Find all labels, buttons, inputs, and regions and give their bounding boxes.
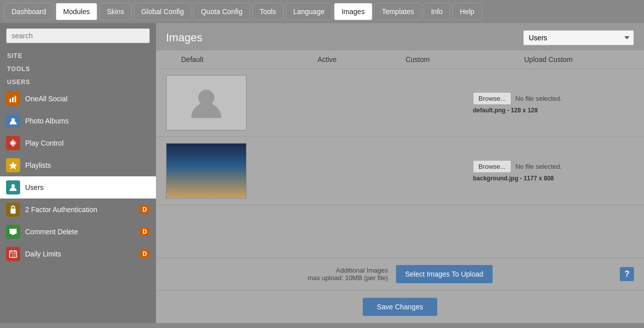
sidebar-item-daily-limits[interactable]: 22 Daily Limits D bbox=[0, 243, 156, 265]
browse-btn-2[interactable]: Browse... bbox=[473, 160, 511, 173]
svg-rect-0 bbox=[10, 99, 11, 102]
avatar-svg bbox=[186, 83, 226, 123]
comment-delete-badge: D bbox=[139, 228, 150, 236]
default-avatar-cell bbox=[166, 75, 282, 130]
default-bg-cell bbox=[166, 143, 282, 199]
2fa-badge: D bbox=[139, 206, 150, 214]
playlists-label: Playlists bbox=[25, 161, 150, 169]
section-tools: TOOLS bbox=[0, 61, 156, 75]
main-layout: SITE TOOLS USERS OneAll Social Photo Alb… bbox=[0, 23, 644, 323]
col-upload-custom: Upload Custom bbox=[463, 55, 634, 63]
browse-btn-1[interactable]: Browse... bbox=[473, 92, 511, 105]
save-section: Save Changes bbox=[156, 290, 644, 323]
additional-images-info: Additional Images max upload: 10MB (per … bbox=[307, 267, 388, 282]
users-dropdown[interactable]: Users Global Site bbox=[523, 30, 634, 45]
nav-dashboard[interactable]: Dashboard bbox=[4, 3, 54, 20]
sidebar-item-comment-delete[interactable]: Comment Delete D bbox=[0, 221, 156, 243]
no-file-text-1: No file selected. bbox=[515, 95, 562, 102]
additional-label: Additional Images bbox=[307, 267, 388, 274]
2fa-icon bbox=[6, 203, 20, 217]
col-default: Default bbox=[166, 55, 282, 63]
daily-limits-icon: 22 bbox=[6, 247, 20, 261]
table-row: Browse... No file selected. default.png … bbox=[156, 69, 644, 137]
svg-point-5 bbox=[12, 184, 15, 188]
images-table: Default Active Custom Upload Custom bbox=[156, 50, 644, 257]
svg-point-7 bbox=[13, 211, 14, 212]
sidebar-item-users[interactable]: Users bbox=[0, 176, 156, 199]
nav-tools[interactable]: Tools bbox=[252, 3, 284, 20]
upload-cell-2: Browse... No file selected. background.j… bbox=[463, 160, 634, 182]
search-box bbox=[6, 28, 150, 43]
comment-delete-icon bbox=[6, 225, 20, 239]
select-images-btn[interactable]: Select Images To Upload bbox=[396, 265, 492, 283]
photo-albums-label: Photo Albums bbox=[25, 117, 150, 125]
nav-info[interactable]: Info bbox=[424, 3, 450, 20]
max-upload-label: max upload: 10MB (per file) bbox=[307, 274, 388, 282]
section-site: SITE bbox=[0, 48, 156, 61]
play-control-icon bbox=[6, 136, 20, 150]
browse-row-2: Browse... No file selected. bbox=[473, 160, 634, 173]
sidebar-item-photo-albums[interactable]: Photo Albums bbox=[0, 110, 156, 132]
svg-rect-1 bbox=[12, 97, 14, 102]
file-info-1: default.png - 128 x 128 bbox=[473, 107, 634, 114]
nav-images[interactable]: Images bbox=[334, 3, 372, 20]
svg-marker-4 bbox=[9, 162, 17, 169]
photo-albums-icon bbox=[6, 114, 20, 128]
nav-global-config[interactable]: Global Config bbox=[134, 3, 192, 20]
comment-delete-label: Comment Delete bbox=[25, 228, 134, 236]
oneall-icon bbox=[6, 92, 20, 106]
content-header: Images Users Global Site bbox=[156, 23, 644, 50]
page-title: Images bbox=[166, 31, 202, 44]
file-info-2: background.jpg - 1177 x 808 bbox=[473, 175, 634, 182]
2fa-label: 2 Factor Authentication bbox=[25, 206, 134, 214]
oneall-label: OneAll Social bbox=[25, 95, 150, 103]
content-area: Images Users Global Site Default Active … bbox=[156, 23, 644, 323]
search-input[interactable] bbox=[6, 28, 150, 43]
sidebar-item-oneall[interactable]: OneAll Social bbox=[0, 88, 156, 110]
sidebar-item-2fa[interactable]: 2 Factor Authentication D bbox=[0, 199, 156, 221]
nav-language[interactable]: Language bbox=[286, 3, 332, 20]
play-control-label: Play Control bbox=[25, 139, 150, 147]
sidebar-item-play-control[interactable]: Play Control bbox=[0, 132, 156, 154]
nav-help[interactable]: Help bbox=[452, 3, 482, 20]
svg-text:22: 22 bbox=[12, 253, 16, 257]
upload-cell-1: Browse... No file selected. default.png … bbox=[463, 92, 634, 114]
svg-rect-2 bbox=[15, 96, 16, 102]
table-header: Default Active Custom Upload Custom bbox=[156, 50, 644, 69]
playlists-icon bbox=[6, 158, 20, 172]
daily-limits-label: Daily Limits bbox=[25, 250, 134, 258]
save-changes-button[interactable]: Save Changes bbox=[363, 298, 437, 316]
daily-limits-badge: D bbox=[139, 250, 150, 258]
nav-quota-config[interactable]: Quota Config bbox=[193, 3, 250, 20]
avatar-preview bbox=[166, 75, 247, 130]
no-file-text-2: No file selected. bbox=[515, 163, 562, 170]
bg-preview bbox=[166, 143, 247, 199]
section-users: USERS bbox=[0, 75, 156, 88]
nav-templates[interactable]: Templates bbox=[374, 3, 422, 20]
browse-row-1: Browse... No file selected. bbox=[473, 92, 634, 105]
sidebar: SITE TOOLS USERS OneAll Social Photo Alb… bbox=[0, 23, 156, 323]
top-nav: Dashboard Modules Skins Global Config Qu… bbox=[0, 0, 644, 23]
nav-modules[interactable]: Modules bbox=[56, 3, 98, 20]
col-active: Active bbox=[282, 55, 372, 63]
bottom-section: Additional Images max upload: 10MB (per … bbox=[156, 257, 644, 290]
sidebar-item-playlists[interactable]: Playlists bbox=[0, 154, 156, 176]
help-button[interactable]: ? bbox=[620, 267, 634, 281]
table-row: Browse... No file selected. background.j… bbox=[156, 137, 644, 205]
users-label: Users bbox=[25, 183, 150, 191]
nav-skins[interactable]: Skins bbox=[99, 3, 131, 20]
users-icon bbox=[6, 180, 20, 194]
col-custom: Custom bbox=[372, 55, 463, 63]
